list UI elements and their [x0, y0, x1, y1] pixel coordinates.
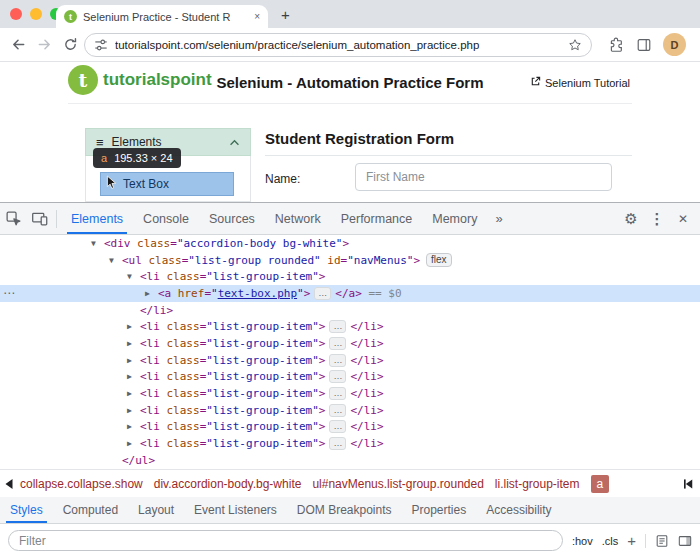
close-window-button[interactable]	[10, 8, 22, 20]
disclosure-arrow-icon[interactable]: ▶	[127, 422, 140, 431]
header-divider	[68, 103, 632, 104]
styles-tab-accessibility[interactable]: Accessibility	[476, 497, 561, 523]
styles-tab-layout[interactable]: Layout	[128, 497, 184, 523]
devtools-tab-memory[interactable]: Memory	[422, 203, 487, 234]
tutorial-link-label: Selenium Tutorial	[545, 77, 630, 89]
code-token: class	[160, 354, 200, 367]
computed-styles-icon[interactable]	[655, 534, 669, 548]
devtools-tab-network[interactable]: Network	[265, 203, 331, 234]
devtools-tab-elements[interactable]: Elements	[61, 203, 133, 234]
address-bar[interactable]: tutorialspoint.com/selenium/practice/sel…	[84, 33, 592, 57]
disclosure-arrow-icon[interactable]: ▼	[127, 272, 140, 281]
new-tab-button[interactable]: +	[281, 6, 290, 23]
breadcrumb-bar: collapse.collapse.showdiv.accordion-body…	[0, 469, 700, 497]
tree-node[interactable]: ▶<li class="list-group-item">…</li>	[0, 385, 700, 402]
devtools-toolbar-right: ⚙ ⋮ ✕	[618, 206, 696, 232]
settings-gear-icon[interactable]: ⚙	[618, 206, 644, 232]
new-style-rule-button[interactable]: +	[627, 532, 636, 549]
code-token: >	[319, 437, 326, 450]
toggle-element-state-button[interactable]: :hov	[572, 535, 593, 547]
devtools-tab-console[interactable]: Console	[133, 203, 199, 234]
code-token: <div	[104, 237, 131, 250]
first-name-input[interactable]	[355, 163, 612, 191]
text-box-menu-item[interactable]: Text Box	[100, 172, 234, 196]
tree-node[interactable]: ▶<li class="list-group-item">…</li>	[0, 369, 700, 386]
code-token: href	[171, 287, 204, 300]
disclosure-arrow-icon[interactable]: ▶	[127, 372, 140, 381]
tree-node[interactable]: ▼<li class="list-group-item">	[0, 268, 700, 285]
tab-close-icon[interactable]: ×	[254, 11, 260, 22]
disclosure-arrow-icon[interactable]: ▼	[109, 256, 122, 265]
disclosure-arrow-icon[interactable]: ▶	[127, 356, 140, 365]
devtools-tab-sources[interactable]: Sources	[199, 203, 265, 234]
crumb-scroll-end-icon[interactable]	[684, 479, 695, 489]
disclosure-arrow-icon[interactable]: ▼	[91, 239, 104, 248]
site-settings-icon[interactable]	[94, 38, 108, 52]
styles-tab-event-listeners[interactable]: Event Listeners	[184, 497, 287, 523]
tree-node[interactable]: </ul>	[0, 452, 700, 469]
tree-node[interactable]: ▼<div class="accordion-body bg-white">	[0, 235, 700, 252]
disclosure-arrow-icon[interactable]: ▶	[127, 389, 140, 398]
tree-node[interactable]: ▼<ul class="list-group rounded" id="navM…	[0, 252, 700, 269]
disclosure-arrow-icon[interactable]: ▶	[127, 439, 140, 448]
elements-accordion: ≡ Elements Text Box a 195.33 × 24	[85, 128, 251, 202]
devtools-tab-performance[interactable]: Performance	[331, 203, 423, 234]
styles-tab-styles[interactable]: Styles	[0, 497, 53, 523]
disclosure-arrow-icon[interactable]: ▶	[127, 322, 140, 331]
code-token: class	[160, 370, 200, 383]
code-token: </li>	[350, 337, 383, 350]
styles-tab-properties[interactable]: Properties	[402, 497, 477, 523]
disclosure-arrow-icon[interactable]: ▶	[127, 339, 140, 348]
code-token: </li>	[350, 437, 383, 450]
code-token: "accordion-body bg-white"	[177, 237, 343, 250]
tree-node[interactable]: </li>	[0, 302, 700, 319]
breadcrumb-item[interactable]: collapse.collapse.show	[20, 477, 143, 491]
forward-button[interactable]	[34, 37, 54, 55]
side-panel-icon[interactable]	[636, 37, 652, 53]
breadcrumb-item[interactable]: li.list-group-item	[495, 477, 580, 491]
code-token: class	[160, 337, 200, 350]
devtools-tabbar-tabs: ElementsConsoleSourcesNetworkPerformance…	[61, 203, 487, 234]
code-token: =	[341, 254, 348, 267]
code-token: </a>	[335, 287, 362, 300]
code-token: id	[321, 254, 341, 267]
code-token: "	[297, 287, 304, 300]
device-toolbar-icon[interactable]	[26, 206, 52, 232]
disclosure-arrow-icon[interactable]: ▶	[127, 406, 140, 415]
minimize-window-button[interactable]	[30, 8, 42, 20]
element-classes-button[interactable]: .cls	[602, 535, 619, 547]
form-divider	[265, 155, 632, 156]
profile-avatar[interactable]: D	[663, 33, 686, 56]
code-token: <li	[140, 354, 160, 367]
styles-filter-input[interactable]	[8, 530, 563, 551]
more-options-icon[interactable]: ⋮	[644, 206, 670, 232]
close-devtools-icon[interactable]: ✕	[670, 206, 696, 232]
tree-node[interactable]: ▶<li class="list-group-item">…</li>	[0, 419, 700, 436]
reload-button[interactable]	[60, 37, 80, 55]
tree-node[interactable]: ⋯▶<a href="text-box.php">…</a> == $0	[0, 285, 700, 302]
code-token: >	[342, 237, 349, 250]
extensions-icon[interactable]	[608, 37, 624, 53]
tree-node[interactable]: ▶<li class="list-group-item">…</li>	[0, 402, 700, 419]
breadcrumb-item[interactable]: ul#navMenus.list-group.rounded	[312, 477, 483, 491]
breadcrumb-item[interactable]: div.accordion-body.bg-white	[154, 477, 302, 491]
styles-tab-computed[interactable]: Computed	[53, 497, 128, 523]
crumb-scroll-left-icon[interactable]	[5, 479, 13, 489]
more-actions-icon[interactable]: ⋯	[3, 286, 15, 300]
selenium-tutorial-link[interactable]: Selenium Tutorial	[530, 76, 630, 89]
tree-node[interactable]: ▶<li class="list-group-item">…</li>	[0, 435, 700, 452]
disclosure-arrow-icon[interactable]: ▶	[145, 289, 158, 298]
tree-node[interactable]: ▶<li class="list-group-item">…</li>	[0, 318, 700, 335]
styles-tab-dom-breakpoints[interactable]: DOM Breakpoints	[287, 497, 402, 523]
bookmark-star-icon[interactable]	[568, 38, 582, 52]
tree-node[interactable]: ▶<li class="list-group-item">…</li>	[0, 352, 700, 369]
tree-node[interactable]: ▶<li class="list-group-item">…</li>	[0, 335, 700, 352]
back-button[interactable]	[8, 37, 28, 55]
sidebar-toggle-icon[interactable]	[678, 534, 692, 548]
code-token: "list-group rounded"	[188, 254, 320, 267]
breadcrumb-item[interactable]: a	[591, 475, 610, 493]
browser-tab[interactable]: t Selenium Practice - Student R ×	[56, 5, 268, 28]
browser-toolbar: tutorialspoint.com/selenium/practice/sel…	[0, 28, 700, 62]
inspect-element-icon[interactable]	[0, 206, 26, 232]
more-tabs-button[interactable]: »	[487, 211, 510, 226]
